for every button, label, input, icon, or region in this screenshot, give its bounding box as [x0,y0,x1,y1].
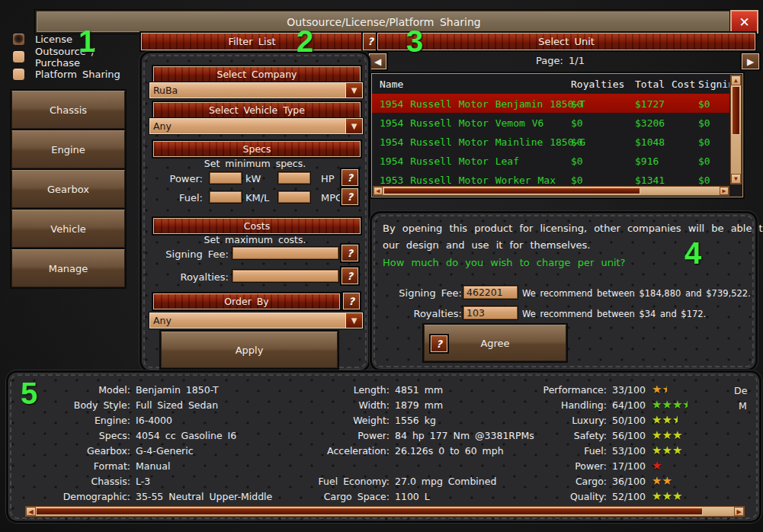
rating-label: Power: [485,460,607,472]
help-icon: ? [347,248,353,259]
radio-label: License [35,34,72,45]
table-vertical-scrollbar[interactable]: ▲ ▼ [730,75,742,184]
table-horizontal-scrollbar[interactable]: ◀ ▶ [373,186,729,196]
star-icon: ★ [652,430,662,441]
details-horizontal-scrollbar[interactable]: ◀ ▶ [25,506,745,517]
vertical-scroll-thumb[interactable] [732,86,740,135]
detail-value: 1100 L [395,491,430,502]
radio-license[interactable]: License [12,34,142,45]
agree-button[interactable]: ? Agree [424,325,566,361]
page-next-button[interactable]: ▶ [742,53,759,69]
rating-row: Fuel:53/100★★★ [485,443,688,458]
details-scroll-thumb[interactable] [36,508,703,515]
max-royalties-input[interactable] [232,270,338,282]
fuel-kml-input[interactable] [210,191,242,203]
detail-row: Model:Benjamin 1850-T [8,382,272,397]
company-select[interactable]: RuBa ▼ [149,82,363,98]
star-icon: ★ [652,460,662,472]
sidebar-button-manage[interactable]: Manage [11,249,125,287]
rating-label: Luxury: [485,415,607,426]
half-star-icon: ★ [662,384,667,396]
max-signing-fee-input[interactable] [232,247,338,259]
detail-label: Gearbox: [8,445,130,457]
cell: 1953 Russell Motor Worker Max [380,174,556,185]
rating-row: Luxury:50/100★★★ [485,412,688,428]
unit-royalties-input[interactable] [463,306,518,319]
power-help-button[interactable]: ? [341,169,358,186]
sidebar-button-engine[interactable]: Engine [11,130,125,168]
radio-outsource-purchase[interactable]: Outsource / Purchase [12,51,142,62]
rating-row: Quality:52/100★★★ [485,489,688,504]
kml-unit-label: KM/L [245,192,269,204]
page-prev-button[interactable]: ◀ [369,53,386,69]
scroll-down-icon[interactable]: ▼ [731,174,741,184]
column-header-total-cost[interactable]: Total Cost [635,79,695,90]
scroll-right-icon[interactable]: ▶ [734,507,744,516]
select-vehicle-type-header: Select Vehicle Type [153,102,361,118]
sidebar-button-gearbox[interactable]: Gearbox [11,170,125,208]
unit-signing-fee-input[interactable] [463,286,518,299]
chevron-down-icon[interactable]: ▼ [345,119,362,133]
table-row[interactable]: 1954 Russell Motor Leaf$0$916$0 [372,151,729,170]
column-header-name[interactable]: Name [380,79,403,90]
star-rating: ★★ [652,475,672,487]
title-bar[interactable]: Outsource/License/Platform Sharing [35,10,733,34]
rating-label: Fuel: [485,445,607,457]
royalties-help-button[interactable]: ? [341,268,358,284]
vehicle-type-select-value: Any [150,120,345,132]
order-by-select[interactable]: Any ▼ [149,312,363,328]
power-kw-input[interactable] [210,172,242,184]
signing-fee-help-button[interactable]: ? [341,245,358,261]
fuel-mpg-input[interactable] [278,191,310,203]
detail-label: Engine: [8,415,130,426]
cell: 1954 Russell Motor Mainline 1850-G [380,136,585,147]
column-header-signing[interactable]: Signing [698,79,729,90]
star-rating: ★★ [652,383,667,396]
cell: 1954 Russell Motor Leaf [380,155,519,166]
close-button[interactable]: ✕ [730,10,758,34]
chevron-down-icon[interactable]: ▼ [345,313,362,328]
star-rating: ★★★ [652,444,682,457]
sidebar-button-chassis[interactable]: Chassis [11,91,125,129]
fuel-help-button[interactable]: ? [341,188,358,205]
scroll-left-icon[interactable]: ◀ [26,507,36,516]
star-rating: ★★★★ [652,399,688,411]
cell: $0 [698,174,710,185]
table-row[interactable]: 1954 Russell Motor Benjamin 1850-T$0$172… [372,94,729,113]
apply-button[interactable]: Apply [161,332,338,368]
cell: $0 [698,117,710,128]
table-row[interactable]: 1954 Russell Motor Mainline 1850-G$0$104… [372,132,729,151]
radio-icon[interactable] [12,50,25,63]
chevron-down-icon[interactable]: ▼ [345,83,362,98]
scroll-left-icon[interactable]: ◀ [373,187,383,195]
scroll-up-icon[interactable]: ▲ [731,75,741,85]
rating-value: 36/100 [612,476,652,487]
detail-label: Chassis: [8,476,130,487]
table-row[interactable]: 1954 Russell Motor Vemom V6$0$3206$0 [372,113,729,132]
detail-value: 1879 mm [395,399,443,411]
agree-help-button[interactable]: ? [431,335,447,352]
vehicle-type-select[interactable]: Any ▼ [149,118,363,134]
radio-platform-sharing[interactable]: Platform Sharing [12,69,142,80]
filter-help-button[interactable]: ? [363,33,378,50]
rating-value: 17/100 [612,460,652,472]
star-icon: ★ [662,491,672,502]
radio-icon[interactable] [12,68,25,81]
star-icon: ★ [652,491,662,502]
annotation-5: 5 [21,378,37,409]
rating-value: 53/100 [612,445,652,457]
detail-label: Fuel Economy: [268,476,390,487]
power-hp-input[interactable] [278,172,310,184]
radio-icon[interactable] [12,33,25,46]
star-rating: ★★★ [652,429,682,441]
horizontal-scroll-thumb[interactable] [383,187,640,194]
sidebar-button-vehicle[interactable]: Vehicle [11,210,125,248]
mpg-unit-label: MPG [321,192,343,204]
order-by-help-button[interactable]: ? [343,293,360,309]
column-header-royalties[interactable]: Royalties [571,79,624,90]
annotation-1: 1 [79,26,95,56]
scroll-right-icon[interactable]: ▶ [720,187,729,195]
star-icon: ★ [672,399,682,411]
cutoff-label: De [734,385,747,396]
detail-value: L-3 [136,476,150,487]
